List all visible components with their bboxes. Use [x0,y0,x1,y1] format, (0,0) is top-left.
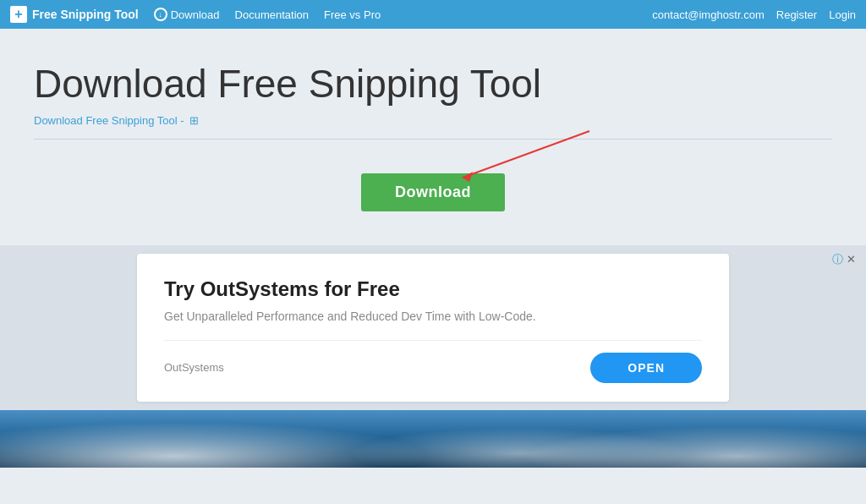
ad-open-button[interactable]: OPEN [590,353,702,383]
navbar-right: contact@imghostr.com Register Login [652,8,856,21]
cloud-overlay [0,410,866,468]
subtitle-link[interactable]: Download Free Snipping Tool - ⊞ [34,114,832,127]
ad-brand-name: OutSystems [164,361,224,374]
register-label: Register [776,8,817,21]
download-section: Download [34,165,832,228]
section-divider [34,139,832,140]
ad-controls: ⓘ ✕ [832,252,856,267]
nav-freevspro-link[interactable]: Free vs Pro [324,8,381,21]
ad-footer: OutSystems OPEN [164,340,702,383]
brand-name: Free Snipping Tool [32,8,139,21]
ad-subtitle: Get Unparalleled Performance and Reduced… [164,310,702,323]
login-label: Login [829,8,856,21]
ad-title: Try OutSystems for Free [164,277,702,301]
ad-close-icon[interactable]: ✕ [847,253,856,266]
contact-email: contact@imghostr.com [652,8,764,21]
brand-link[interactable]: + Free Snipping Tool [10,6,139,23]
contact-email-link[interactable]: contact@imghostr.com [652,8,764,21]
navbar-left: + Free Snipping Tool ↓ Download Document… [10,6,381,23]
navbar: + Free Snipping Tool ↓ Download Document… [0,0,866,29]
nav-download-label: Download [171,8,220,21]
nav-documentation-link[interactable]: Documentation [235,8,309,21]
nav-download-link[interactable]: ↓ Download [154,8,220,21]
ad-info-icon[interactable]: ⓘ [832,252,843,267]
login-link[interactable]: Login [829,8,856,21]
download-button[interactable]: Download [361,173,505,211]
page-title: Download Free Snipping Tool [34,63,832,106]
nav-freevspro-label: Free vs Pro [324,8,381,21]
register-link[interactable]: Register [776,8,817,21]
ad-area: ⓘ ✕ Try OutSystems for Free Get Unparall… [0,245,866,410]
subtitle-link-text: Download Free Snipping Tool - [34,114,184,127]
main-content: Download Free Snipping Tool Download Fre… [0,29,866,245]
ad-card: Try OutSystems for Free Get Unparalleled… [137,254,729,402]
nav-documentation-label: Documentation [235,8,309,21]
bottom-image-strip [0,410,866,468]
download-circle-icon: ↓ [154,8,167,21]
windows-icon: ⊞ [189,114,199,127]
brand-icon: + [10,6,27,23]
